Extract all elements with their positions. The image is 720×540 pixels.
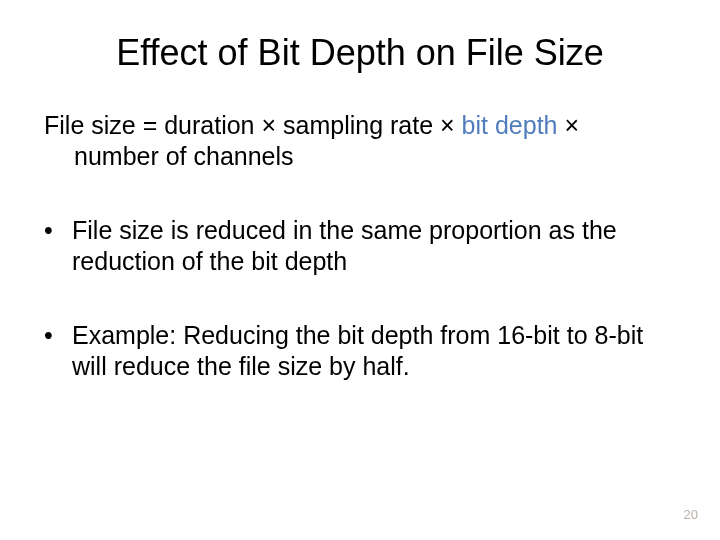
slide-body: File size = duration × sampling rate × b… <box>42 110 678 381</box>
formula-block: File size = duration × sampling rate × b… <box>42 110 678 171</box>
times-symbol: × <box>261 111 276 139</box>
formula-line-2: number of channels <box>44 141 678 172</box>
times-symbol: × <box>564 111 579 139</box>
bullet-item: • Example: Reducing the bit depth from 1… <box>42 320 678 381</box>
bullet-item: • File size is reduced in the same propo… <box>42 215 678 276</box>
page-number: 20 <box>684 507 698 522</box>
slide-title: Effect of Bit Depth on File Size <box>42 32 678 74</box>
formula-highlight: bit depth <box>462 111 558 139</box>
space <box>455 111 462 139</box>
times-symbol: × <box>440 111 455 139</box>
formula-prefix: File size = duration <box>44 111 261 139</box>
bullet-marker-icon: • <box>44 215 72 276</box>
slide: Effect of Bit Depth on File Size File si… <box>0 0 720 540</box>
bullet-text: File size is reduced in the same proport… <box>72 215 678 276</box>
bullet-marker-icon: • <box>44 320 72 381</box>
formula-line-1: File size = duration × sampling rate × b… <box>44 110 678 141</box>
bullet-text: Example: Reducing the bit depth from 16-… <box>72 320 678 381</box>
formula-mid1: sampling rate <box>276 111 440 139</box>
